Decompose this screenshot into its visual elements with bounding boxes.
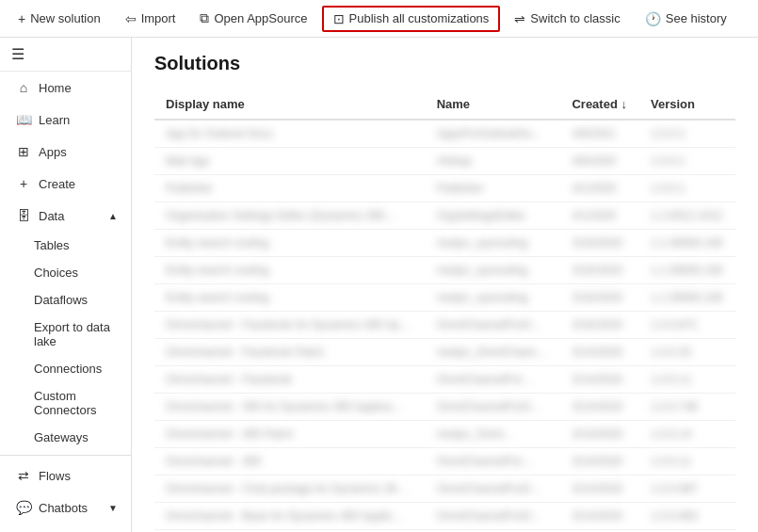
table-cell: 4/6/2021	[560, 120, 639, 148]
table-cell: Omnichannel - Facebook for Dynamics 365 …	[154, 312, 426, 339]
table-row[interactable]: Entity search routingmsdyn_sysrouting3/1…	[154, 284, 735, 312]
table-row[interactable]: Entity search routingmsdyn_sysrouting3/1…	[154, 257, 735, 284]
table-cell: 1.0.0.1	[639, 148, 735, 175]
table-row[interactable]: Omnichannel - 365 for Dynamics 365 Appli…	[154, 394, 735, 421]
table-row[interactable]: App for Outlook DocsAppsForOutlookSo...4…	[154, 120, 735, 148]
col-header-created[interactable]: Created ↓	[560, 89, 639, 120]
sidebar-item-create[interactable]: + Create	[0, 168, 131, 200]
learn-icon: 📖	[16, 112, 31, 127]
table-cell: Mail App	[154, 148, 426, 175]
table-cell: 3/14/2020	[560, 476, 639, 503]
sidebar-item-gateways[interactable]: Gateways	[0, 424, 131, 451]
table-cell: OmniChannelFor…	[426, 366, 561, 394]
sidebar-divider	[0, 455, 131, 456]
table-cell: 1.0.0.871	[639, 312, 735, 339]
publish-all-button[interactable]: ⊡ Publish all customizations	[322, 6, 501, 32]
import-icon: ⇦	[125, 11, 137, 26]
table-cell: 4/1/2020	[560, 202, 639, 230]
table-cell: 1.1.00000.100	[639, 257, 735, 284]
home-icon: ⌂	[16, 80, 31, 95]
publish-icon: ⊡	[333, 11, 345, 26]
sidebar-item-choices[interactable]: Choices	[0, 259, 131, 286]
table-cell: OmniChannelForD…	[426, 394, 561, 421]
table-cell: msdyn_sysrouting	[426, 284, 561, 312]
table-cell: 3/14/2020	[560, 366, 639, 394]
table-cell: 3/14/2020	[560, 339, 639, 366]
page-title: Solutions	[154, 53, 735, 74]
history-icon: 🕐	[645, 11, 661, 26]
col-header-name[interactable]: Name	[426, 89, 561, 120]
table-row[interactable]: Omnichannel - FacebookOmniChannelFor…3/1…	[154, 366, 735, 394]
table-cell: Omnichannel - 365	[154, 448, 426, 476]
open-appsource-button[interactable]: ⧉ Open AppSource	[189, 6, 317, 31]
table-cell: Omnichannel - Base for Dynamics 365 Appl…	[154, 503, 426, 530]
table-cell: msdyn_Omni…	[426, 421, 561, 448]
sidebar-item-tables[interactable]: Tables	[0, 232, 131, 259]
appsource-icon: ⧉	[200, 10, 209, 26]
new-solution-button[interactable]: + New solution	[8, 7, 111, 31]
table-cell: OmniChannelForD…	[426, 476, 561, 503]
sidebar-item-chatbots[interactable]: 💬 Chatbots ▼	[0, 492, 131, 524]
sidebar-item-home[interactable]: ⌂ Home	[0, 72, 131, 104]
table-cell: OmniChannelForD…	[426, 503, 561, 530]
table-cell: OmniChannelForD…	[426, 312, 561, 339]
switch-classic-button[interactable]: ⇌ Switch to classic	[504, 7, 630, 31]
sidebar-item-aibuilder[interactable]: ✦ AI Builder ▼	[0, 524, 131, 532]
table-row[interactable]: Mail AppAhidup4/6/20201.0.0.1	[154, 148, 735, 175]
table-cell: msdyn_OmniChann…	[426, 339, 561, 366]
table-cell: 3/14/2020	[560, 394, 639, 421]
col-header-display-name[interactable]: Display name	[154, 89, 426, 120]
table-row[interactable]: Omnichannel - 365 Patchmsdyn_Omni…3/14/2…	[154, 421, 735, 448]
table-cell: Omnichannel - Facebook	[154, 366, 426, 394]
table-cell: msdyn_sysrouting	[426, 257, 561, 284]
table-cell: 3/16/2020	[560, 230, 639, 257]
table-row[interactable]: Omnichannel - Facebook for Dynamics 365 …	[154, 312, 735, 339]
apps-icon: ⊞	[16, 144, 31, 159]
top-bar: + New solution ⇦ Import ⧉ Open AppSource…	[0, 0, 758, 38]
col-header-version: Version	[639, 89, 735, 120]
hamburger-button[interactable]: ☰	[11, 45, 24, 63]
sidebar-item-dataflows[interactable]: Dataflows	[0, 286, 131, 314]
table-cell: AppsForOutlookSo...	[426, 120, 561, 148]
table-cell: 1.1.00000.100	[639, 230, 735, 257]
table-cell: 1.0.0.1	[639, 120, 735, 148]
table-cell: 1.0.0.748	[639, 394, 735, 421]
sidebar-item-export[interactable]: Export to data lake	[0, 314, 131, 355]
sidebar-item-learn[interactable]: 📖 Learn	[0, 104, 131, 136]
table-cell: 3/14/2020	[560, 448, 639, 476]
table-cell: msdyn_sysrouting	[426, 230, 561, 257]
sidebar-item-data[interactable]: 🗄 Data ▲	[0, 200, 131, 232]
table-cell: Omnichannel - 365 Patch	[154, 421, 426, 448]
table-cell: 3/16/2020	[560, 312, 639, 339]
sidebar-item-connectors[interactable]: Custom Connectors	[0, 382, 131, 424]
table-row[interactable]: Omnichannel - Base for Dynamics 365 Appl…	[154, 503, 735, 530]
table-cell: Publisher	[426, 175, 561, 202]
table-row[interactable]: Omnichannel - Chat package for Dynamics …	[154, 476, 735, 503]
table-cell: 3/16/2020	[560, 257, 639, 284]
sidebar: ☰ ⌂ Home 📖 Learn ⊞ Apps + Create 🗄 Data …	[0, 38, 132, 532]
table-row[interactable]: Omnichannel - Facebook Patchmsdyn_OmniCh…	[154, 339, 735, 366]
table-cell: 1.0.0.11	[639, 366, 735, 394]
see-history-button[interactable]: 🕐 See history	[635, 7, 737, 31]
new-solution-icon: +	[18, 11, 25, 26]
sidebar-item-flows[interactable]: ⇄ Flows	[0, 459, 131, 492]
table-cell: Ahidup	[426, 148, 561, 175]
table-cell: 4/1/2020	[560, 175, 639, 202]
table-cell: Organization Settings Editor (Dynamics 3…	[154, 202, 426, 230]
table-row[interactable]: Omnichannel - 365OmniChannelFor…3/14/202…	[154, 448, 735, 476]
table-row[interactable]: PublisherPublisher4/1/20201.0.0.1	[154, 175, 735, 202]
data-expand-icon: ▲	[108, 211, 118, 221]
data-icon: 🗄	[16, 208, 31, 223]
table-row[interactable]: Organization Settings Editor (Dynamics 3…	[154, 202, 735, 230]
table-cell: 3/16/2020	[560, 284, 639, 312]
table-cell: Entity search routing	[154, 257, 426, 284]
sidebar-item-apps[interactable]: ⊞ Apps	[0, 136, 131, 168]
table-cell: Omnichannel - 365 for Dynamics 365 Appli…	[154, 394, 426, 421]
sidebar-item-connections[interactable]: Connections	[0, 355, 131, 382]
table-cell: 1.0.0.32	[639, 339, 735, 366]
table-row[interactable]: Entity search routingmsdyn_sysrouting3/1…	[154, 230, 735, 257]
content-area: Solutions Display name Name Created ↓ Ve…	[132, 38, 758, 532]
table-cell: Entity search routing	[154, 284, 426, 312]
import-button[interactable]: ⇦ Import	[115, 7, 186, 31]
flows-icon: ⇄	[16, 468, 31, 483]
